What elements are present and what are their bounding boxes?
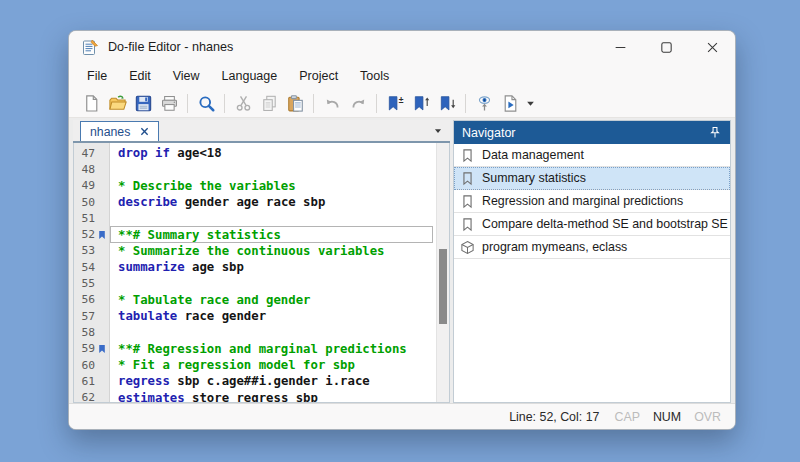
navigator-item-data-management[interactable]: Data management xyxy=(454,144,730,167)
more-dropdown-icon xyxy=(525,98,536,109)
minimize-button[interactable] xyxy=(597,31,643,63)
navigator-item-label: Summary statistics xyxy=(482,171,586,185)
tab-list-dropdown-button[interactable] xyxy=(433,126,443,136)
toolbar-button-redo[interactable] xyxy=(345,91,371,116)
code-line[interactable]: summarize age sbp xyxy=(110,259,436,275)
line-number: 54 xyxy=(74,261,95,274)
code-line[interactable]: drop if age<18 xyxy=(110,145,436,161)
code-token: race gender xyxy=(177,309,266,323)
line-number: 47 xyxy=(74,147,95,160)
run-icon xyxy=(475,94,494,113)
editor-pane: nhanes 47484950515253545556575859606162 … xyxy=(73,120,450,403)
cube-icon xyxy=(460,240,475,255)
code-line[interactable]: regress sbp c.age##i.gender i.race xyxy=(110,373,436,389)
code-line[interactable] xyxy=(110,275,436,291)
undo-icon xyxy=(323,94,342,113)
scrollbar-thumb[interactable] xyxy=(439,249,447,324)
tab-close-button[interactable] xyxy=(140,127,149,136)
menu-item-file[interactable]: File xyxy=(76,66,118,86)
navigator-item-label: Compare delta-method SE and bootstrap SE… xyxy=(482,217,730,231)
toolbar-separator xyxy=(465,94,466,113)
maximize-button[interactable] xyxy=(643,31,689,63)
new-file-icon xyxy=(82,94,101,113)
line-number-gutter: 47484950515253545556575859606162 xyxy=(74,143,110,402)
status-bar: Line: 52, Col: 17 CAPNUMOVR xyxy=(69,403,735,429)
toolbar-button-copy[interactable] xyxy=(256,91,282,116)
close-button[interactable] xyxy=(689,31,735,63)
line-number: 61 xyxy=(74,375,95,388)
gutter-row: 50 xyxy=(74,194,109,210)
indicator-num: NUM xyxy=(653,410,681,424)
navigator-panel: Navigator Data managementSummary statist… xyxy=(453,120,731,403)
line-number: 50 xyxy=(74,196,95,209)
toolbar xyxy=(69,89,735,118)
code-token: describe xyxy=(118,195,177,209)
toolbar-button-new-file[interactable] xyxy=(78,91,104,116)
code-token: gender age race sbp xyxy=(177,195,325,209)
bookmark-icon xyxy=(460,217,475,232)
toolbar-button-print[interactable] xyxy=(156,91,182,116)
gutter-row: 52 xyxy=(74,226,109,242)
code-line[interactable]: * Describe the variables xyxy=(110,178,436,194)
code-token: store regress_sbp xyxy=(185,391,318,402)
line-number: 52 xyxy=(74,228,95,241)
tab-bar: nhanes xyxy=(73,120,450,143)
line-number: 55 xyxy=(74,277,95,290)
code-line[interactable] xyxy=(110,324,436,340)
navigator-item-program-mymeans-eclass[interactable]: program mymeans, eclass xyxy=(454,236,730,259)
code-line[interactable]: describe gender age race sbp xyxy=(110,194,436,210)
toolbar-button-more-dropdown[interactable] xyxy=(523,91,538,116)
toolbar-button-save-file[interactable] xyxy=(130,91,156,116)
code-line[interactable]: * Fit a regression model for sbp xyxy=(110,357,436,373)
gutter-row: 49 xyxy=(74,178,109,194)
code-editor[interactable]: 47484950515253545556575859606162 drop if… xyxy=(73,143,450,403)
menu-item-edit[interactable]: Edit xyxy=(118,66,162,86)
toolbar-button-cut[interactable] xyxy=(230,91,256,116)
code-line[interactable]: * Tabulate race and gender xyxy=(110,292,436,308)
pin-button[interactable] xyxy=(708,126,722,140)
code-token: * Fit a regression model for sbp xyxy=(118,358,355,372)
code-line[interactable]: estimates store regress_sbp xyxy=(110,389,436,402)
code-line[interactable]: **# Regression and marginal predictions xyxy=(110,341,436,357)
menu-item-view[interactable]: View xyxy=(162,66,211,86)
toolbar-button-undo[interactable] xyxy=(319,91,345,116)
menu-item-language[interactable]: Language xyxy=(211,66,289,86)
toolbar-button-do[interactable] xyxy=(497,91,523,116)
code-area[interactable]: drop if age<18* Describe the variablesde… xyxy=(110,143,436,402)
bookmark-marker-icon xyxy=(98,230,106,240)
cut-icon xyxy=(234,94,253,113)
menu-item-project[interactable]: Project xyxy=(288,66,349,86)
code-line[interactable] xyxy=(110,210,436,226)
toolbar-button-bookmark-toggle[interactable] xyxy=(382,91,408,116)
line-number: 48 xyxy=(74,163,95,176)
code-line[interactable]: tabulate race gender xyxy=(110,308,436,324)
bookmark-previous-icon xyxy=(412,94,431,113)
toolbar-button-open-file[interactable] xyxy=(104,91,130,116)
tab-nhanes[interactable]: nhanes xyxy=(80,121,159,141)
gutter-row: 61 xyxy=(74,373,109,389)
maximize-icon xyxy=(659,40,674,55)
bookmark-icon xyxy=(460,194,475,209)
editor-scrollbar[interactable] xyxy=(436,143,449,402)
window-title: Do-file Editor - nhanes xyxy=(108,40,233,54)
menu-item-tools[interactable]: Tools xyxy=(349,66,400,86)
desktop: Do-file Editor - nhanes FileEditViewLang… xyxy=(0,0,800,462)
toolbar-button-bookmark-previous[interactable] xyxy=(408,91,434,116)
toolbar-button-find[interactable] xyxy=(193,91,219,116)
navigator-item-regression-and-marginal-predictions[interactable]: Regression and marginal predictions xyxy=(454,190,730,213)
navigator-header: Navigator xyxy=(454,121,730,144)
line-number: 49 xyxy=(74,179,95,192)
toolbar-separator xyxy=(376,94,377,113)
code-line[interactable]: * Summarize the continuous variables xyxy=(110,243,436,259)
gutter-row: 60 xyxy=(74,357,109,373)
toolbar-button-paste[interactable] xyxy=(282,91,308,116)
toolbar-button-run[interactable] xyxy=(471,91,497,116)
do-file-editor-icon xyxy=(82,39,99,56)
navigator-item-compare-delta-method-se-and-bootstrap-se[interactable]: Compare delta-method SE and bootstrap SE… xyxy=(454,213,730,236)
current-code-line[interactable]: **# Summary statistics xyxy=(110,226,433,242)
code-token: tabulate xyxy=(118,309,177,323)
line-number: 58 xyxy=(74,326,95,339)
toolbar-button-bookmark-next[interactable] xyxy=(434,91,460,116)
code-line[interactable] xyxy=(110,161,436,177)
navigator-item-summary-statistics[interactable]: Summary statistics xyxy=(454,167,730,190)
